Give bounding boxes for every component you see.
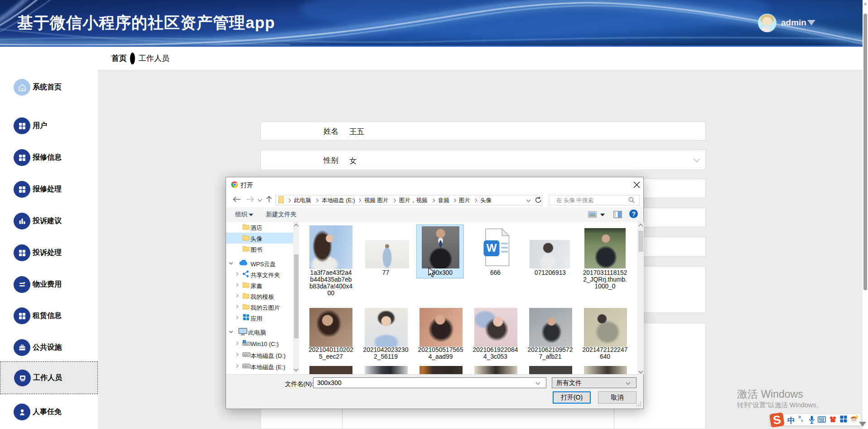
svg-text:W: W	[487, 242, 497, 254]
